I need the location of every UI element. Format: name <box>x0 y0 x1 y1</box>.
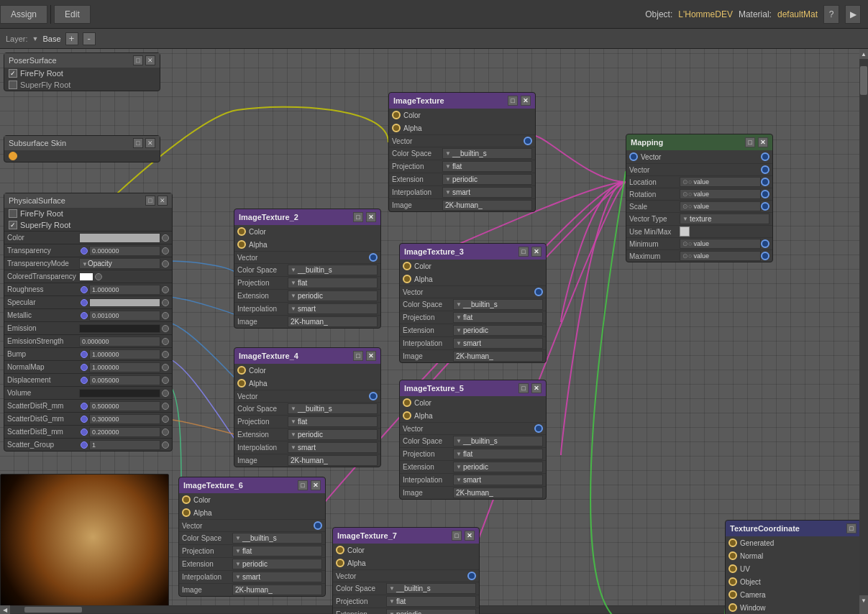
poser-close-icon[interactable]: ✕ <box>145 55 155 65</box>
it3-extension-value[interactable]: ▼periodic <box>453 325 543 336</box>
prop-displacement-connect-left[interactable] <box>81 377 88 384</box>
it6-interpolation-value[interactable]: ▼smart <box>232 572 322 582</box>
prop-specular-connect-right[interactable] <box>162 299 169 306</box>
it6-projection-value[interactable]: ▼flat <box>232 546 322 556</box>
imagetexture-color-out-socket[interactable] <box>392 111 401 119</box>
layer-add-button[interactable]: + <box>65 32 78 45</box>
prop-scatterB-connect-right[interactable] <box>162 429 169 436</box>
prop-volume-connect[interactable] <box>162 390 169 397</box>
layer-remove-button[interactable]: - <box>83 32 96 45</box>
prop-normalmap-value[interactable]: 1.000000 <box>89 362 160 372</box>
prop-displacement-connect-right[interactable] <box>162 377 169 384</box>
it2-vector-socket[interactable] <box>369 253 378 262</box>
imagetexture6-minimize[interactable]: □ <box>298 480 308 490</box>
prop-emissionstrength-connect[interactable] <box>162 338 169 345</box>
prop-metallic-connect-left[interactable] <box>81 312 88 319</box>
mapping-minimum-socket[interactable] <box>761 239 769 248</box>
imagetexture-minimize[interactable]: □ <box>508 96 518 106</box>
help-button[interactable]: ? <box>823 5 839 24</box>
scroll-down-arrow[interactable]: ▼ <box>859 595 868 605</box>
it6-color-socket[interactable] <box>182 495 191 504</box>
imagetexture-alpha-out-socket[interactable] <box>392 124 401 132</box>
it3-colorspace-value[interactable]: ▼__builtin_s <box>453 299 543 310</box>
prop-scatterG-value[interactable]: 0.300000 <box>89 414 160 424</box>
prop-scatterB-value[interactable]: 0.200000 <box>89 427 160 437</box>
scroll-corner[interactable] <box>859 605 868 614</box>
prop-metallic-value[interactable]: 0.001000 <box>89 311 160 321</box>
it4-projection-value[interactable]: ▼flat <box>288 416 378 427</box>
prop-emissionstrength-value[interactable]: 0.000000 <box>79 336 160 347</box>
it5-color-socket[interactable] <box>403 398 411 407</box>
mapping-close[interactable]: ✕ <box>758 137 768 147</box>
mapping-vector-field-socket[interactable] <box>761 165 769 174</box>
it3-projection-value[interactable]: ▼flat <box>453 312 543 323</box>
mapping-scale-value[interactable]: ⊙○ value <box>680 201 761 211</box>
prop-scattergroup-value[interactable]: 1 <box>89 440 160 450</box>
imagetexture7-minimize[interactable]: □ <box>452 531 462 541</box>
imagetexture-extension-value[interactable]: ▼periodic <box>442 174 532 185</box>
imagetexture-vector-in-socket[interactable] <box>524 137 532 145</box>
mapping-maximum-socket[interactable] <box>761 252 769 260</box>
it7-color-socket[interactable] <box>336 546 344 554</box>
layer-value[interactable]: Base <box>43 35 61 43</box>
it4-interpolation-value[interactable]: ▼smart <box>288 442 378 453</box>
it2-extension-value[interactable]: ▼periodic <box>288 290 378 301</box>
it2-interpolation-value[interactable]: ▼smart <box>288 303 378 314</box>
prop-scatterR-value[interactable]: 0.500000 <box>89 401 160 411</box>
prop-scatterG-connect-right[interactable] <box>162 416 169 423</box>
poser-minimize-icon[interactable]: □ <box>133 55 143 65</box>
prop-normalmap-connect-left[interactable] <box>81 364 88 371</box>
imagetexture2-close[interactable]: ✕ <box>366 212 376 222</box>
it7-projection-value[interactable]: ▼flat <box>386 596 476 607</box>
scroll-left-arrow[interactable]: ◀ <box>0 605 10 614</box>
it6-alpha-socket[interactable] <box>182 508 191 517</box>
imagetexture3-minimize[interactable]: □ <box>518 247 529 257</box>
prop-volume-value[interactable] <box>79 389 160 398</box>
prop-roughness-connect-left[interactable] <box>81 286 88 293</box>
prop-scattergroup-connect-right[interactable] <box>162 441 169 449</box>
scroll-track[interactable] <box>859 59 868 595</box>
scroll-thumb[interactable] <box>860 66 867 95</box>
it7-colorspace-value[interactable]: ▼__builtin_s <box>386 583 476 594</box>
menu-button[interactable]: ▶ <box>845 5 861 24</box>
mapping-scale-socket[interactable] <box>761 202 769 211</box>
imagetexture2-minimize[interactable]: □ <box>353 212 363 222</box>
superfly-root-item[interactable]: SuperFly Root <box>4 79 160 91</box>
it3-image-value[interactable]: 2K-human_ <box>453 351 543 362</box>
node-canvas[interactable]: PoserSurface □ ✕ FireFly Root SuperFly R… <box>0 49 868 614</box>
it3-interpolation-value[interactable]: ▼smart <box>453 338 543 349</box>
right-scrollbar[interactable]: ▲ ▼ <box>859 49 868 614</box>
tc-object-socket[interactable] <box>728 577 737 586</box>
prop-transparency-value[interactable]: 0.000000 <box>89 246 160 256</box>
it6-colorspace-value[interactable]: ▼__builtin_s <box>232 533 322 544</box>
it5-colorspace-value[interactable]: ▼__builtin_s <box>453 436 543 446</box>
physical-superfly-item[interactable]: SuperFly Root <box>4 219 172 231</box>
imagetexture-close[interactable]: ✕ <box>521 96 531 106</box>
physical-superfly-checkbox[interactable] <box>9 221 17 229</box>
it2-colorspace-value[interactable]: ▼__builtin_s <box>288 265 378 275</box>
it2-image-value[interactable]: 2K-human_ <box>288 316 378 327</box>
mapping-maximum-value[interactable]: ⊙○ value <box>680 251 761 261</box>
it5-alpha-socket[interactable] <box>403 411 411 420</box>
imagetexture4-close[interactable]: ✕ <box>366 351 376 361</box>
mapping-rotation-socket[interactable] <box>761 190 769 198</box>
prop-emission-connect[interactable] <box>162 325 169 332</box>
mapping-location-value[interactable]: ⊙○ value <box>680 177 761 187</box>
imagetexture6-close[interactable]: ✕ <box>311 480 321 490</box>
it3-vector-socket[interactable] <box>534 288 543 296</box>
tc-window-socket[interactable] <box>728 603 737 612</box>
scroll-up-arrow[interactable]: ▲ <box>859 49 868 59</box>
physical-firefly-checkbox[interactable] <box>9 209 17 218</box>
it6-image-value[interactable]: 2K-human_ <box>232 585 322 595</box>
prop-scatterG-connect-left[interactable] <box>81 416 88 423</box>
h-scroll-thumb[interactable] <box>24 607 82 613</box>
mapping-useminmax-checkbox[interactable] <box>680 226 690 237</box>
it7-vector-socket[interactable] <box>467 572 476 580</box>
subsurface-close-icon[interactable]: ✕ <box>145 138 155 148</box>
prop-transparency-connect-right[interactable] <box>162 247 169 255</box>
it3-color-socket[interactable] <box>403 262 411 270</box>
prop-specular-value[interactable] <box>89 298 160 307</box>
imagetexture7-close[interactable]: ✕ <box>465 531 475 541</box>
imagetexture-interpolation-value[interactable]: ▼smart <box>442 187 532 198</box>
mapping-vector-in-socket[interactable] <box>761 152 769 161</box>
